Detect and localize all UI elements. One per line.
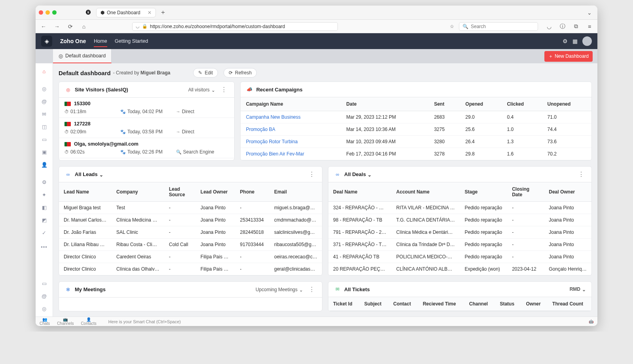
- column-header[interactable]: Unopened: [542, 97, 591, 111]
- column-header[interactable]: Opened: [460, 97, 501, 111]
- table-row[interactable]: Dr. Manuel Carlos Pereira Ma...Clínica M…: [59, 214, 322, 226]
- table-row[interactable]: Promoção BA Mar 14, 2023 10:36 AM 3275 2…: [241, 123, 591, 136]
- table-row[interactable]: Director ClinicoClínica das Olhalvas Med…: [59, 263, 322, 275]
- table-row[interactable]: Promoção Bien Air Fev-Mar Feb 17, 2023 0…: [241, 148, 591, 160]
- minimize-window[interactable]: [45, 10, 50, 15]
- column-header[interactable]: Company: [112, 182, 164, 202]
- column-header[interactable]: Campaign Name: [241, 97, 341, 111]
- column-header[interactable]: Thread Count: [548, 297, 591, 311]
- rail-reports-icon[interactable]: ◫: [38, 121, 51, 132]
- rail-apps-3-icon[interactable]: ◧: [38, 202, 51, 213]
- nav-home-button[interactable]: ⌂: [79, 22, 89, 31]
- table-row[interactable]: 20 REPARAÇÃO PEÇA MÃOCLÍNICA ANTÓNIO ALB…: [328, 263, 591, 275]
- close-tab-icon[interactable]: ✕: [148, 10, 152, 15]
- rail-campaigns-icon[interactable]: @: [38, 96, 51, 107]
- dashboard-tab-default[interactable]: ◎ Default dashboard: [53, 49, 112, 63]
- table-row[interactable]: Director ClinicoCaredent Oeiras-Filipa P…: [59, 251, 322, 263]
- column-header[interactable]: Recieved Time: [418, 297, 464, 311]
- tab-overflow-icon[interactable]: ⌄: [585, 8, 594, 17]
- card-menu-icon[interactable]: ⋮: [576, 171, 586, 178]
- tickets-filter[interactable]: RMD: [570, 286, 586, 292]
- card-menu-icon[interactable]: ⋮: [219, 86, 229, 93]
- visitors-filter[interactable]: All visitors: [188, 87, 215, 93]
- column-header[interactable]: Ticket Id: [328, 297, 360, 311]
- campaign-link[interactable]: Campanha New Business: [246, 114, 301, 120]
- column-header[interactable]: Subject: [360, 297, 389, 311]
- rail-home-icon[interactable]: ⌂: [38, 66, 51, 77]
- rail-apps-2-icon[interactable]: ✦: [38, 189, 51, 200]
- campaign-link[interactable]: Promoção BA: [246, 127, 275, 132]
- rail-tasks-icon[interactable]: ▣: [38, 146, 51, 157]
- rail-calendar-icon[interactable]: ▭: [38, 134, 51, 145]
- nav-back-button[interactable]: ←: [39, 22, 48, 31]
- rail-more-icon[interactable]: •••: [38, 241, 51, 252]
- footer-bot-icon[interactable]: 🤖: [589, 319, 593, 324]
- campaign-link[interactable]: Promoção Bien Air Fev-Mar: [246, 151, 304, 157]
- edit-button[interactable]: ✎ Edit: [193, 68, 218, 78]
- table-row[interactable]: Dr. Liliana Ribau CostaRibau Costa - Cli…: [59, 239, 322, 251]
- column-header[interactable]: Lead Owner: [196, 182, 235, 202]
- new-tab-button[interactable]: ＋: [159, 9, 167, 17]
- maximize-window[interactable]: [52, 10, 57, 15]
- table-row[interactable]: Promoção Rotor Turbina Mar 10, 2023 09:4…: [241, 136, 591, 148]
- column-header[interactable]: Contact: [389, 297, 418, 311]
- brand-icon[interactable]: ◈: [41, 36, 52, 47]
- column-header[interactable]: Clicked: [501, 97, 542, 111]
- pocket-icon[interactable]: ◡: [544, 22, 554, 31]
- visitor-row[interactable]: 153300 ⏱01:18m 🐾Today, 04:02 PM →Direct: [59, 98, 234, 118]
- table-row[interactable]: 41 - REPARAÇÃO TBPOLICLINICA MEDICO-DEN.…: [328, 251, 591, 263]
- table-row[interactable]: 371 - REPARAÇÃO - TB e AC...Clínica da T…: [328, 239, 591, 251]
- table-row[interactable]: 791 - REPARAÇÃO - 2 CAClínica Médica e D…: [328, 226, 591, 239]
- rail-visitors-icon[interactable]: ◎: [38, 83, 51, 94]
- card-title[interactable]: All Leads: [75, 171, 103, 177]
- rail-apps-5-icon[interactable]: ✓: [38, 227, 51, 238]
- column-header[interactable]: Email: [269, 182, 322, 202]
- table-row[interactable]: Campanha New Business Mar 29, 2023 12:12…: [241, 111, 591, 123]
- nav-getting-started[interactable]: Getting Started: [115, 38, 148, 46]
- column-header[interactable]: Lead Name: [59, 182, 112, 202]
- column-header[interactable]: Account Name: [392, 182, 460, 202]
- table-row[interactable]: Dr. João FaríasSAL Clinic-Joana Pinto282…: [59, 226, 322, 239]
- browser-search-input[interactable]: 🔍 Search: [459, 22, 538, 31]
- menu-icon[interactable]: ≡: [585, 22, 594, 31]
- card-menu-icon[interactable]: ⋮: [307, 286, 316, 293]
- column-header[interactable]: Date: [341, 97, 428, 111]
- rail-contacts-icon[interactable]: 👤: [38, 159, 51, 170]
- browser-tab[interactable]: ⬢ One Dashboard ✕: [96, 8, 156, 17]
- visitor-row[interactable]: Olga, smololya@gmail.com ⏱06:02s 🐾Today,…: [59, 138, 234, 158]
- nav-reload-button[interactable]: ⟳: [66, 22, 75, 31]
- column-header[interactable]: Owner: [521, 297, 548, 311]
- footer-chats[interactable]: 👥Chats: [40, 318, 50, 326]
- extensions-icon[interactable]: ⧉: [571, 22, 581, 31]
- table-row[interactable]: 324 - REPARAÇÃO - CA impla...RITA VILAR …: [328, 202, 591, 214]
- visitor-row[interactable]: 127228 ⏱02:09m 🐾Today, 03:58 PM →Direct: [59, 118, 234, 138]
- rail-bottom-3-icon[interactable]: ◎: [38, 303, 51, 314]
- rail-apps-1-icon[interactable]: ⚙: [38, 176, 51, 188]
- column-header[interactable]: Stage: [460, 182, 507, 202]
- rail-chat-icon[interactable]: ✉: [38, 108, 51, 119]
- column-header[interactable]: Phone: [235, 182, 269, 202]
- column-header[interactable]: Closing Date: [507, 182, 544, 202]
- nav-forward-button[interactable]: →: [52, 22, 62, 31]
- refresh-button[interactable]: ⟳ Refresh: [224, 68, 257, 78]
- rail-bottom-2-icon[interactable]: @: [38, 290, 51, 301]
- card-title[interactable]: All Deals: [344, 171, 371, 177]
- pinned-tab[interactable]: 🅦: [83, 8, 93, 17]
- column-header[interactable]: Lead Source: [164, 182, 196, 202]
- footer-contacts[interactable]: 👤Contacts: [81, 318, 96, 326]
- table-row[interactable]: 98 - REPARAÇÃO - TBT.G. CLINICA DENTÁRIA…: [328, 214, 591, 226]
- close-window[interactable]: [39, 10, 43, 15]
- apps-grid-icon[interactable]: ▦: [572, 38, 578, 44]
- column-header[interactable]: Deal Owner: [544, 182, 591, 202]
- table-row[interactable]: Miguel Braga testTest-Joana Pinto-miguel…: [59, 202, 322, 214]
- campaign-link[interactable]: Promoção Rotor Turbina: [246, 139, 298, 144]
- new-dashboard-button[interactable]: ＋ New Dashboard: [544, 51, 593, 62]
- avatar[interactable]: [582, 36, 592, 46]
- rail-apps-4-icon[interactable]: ◩: [38, 214, 51, 226]
- column-header[interactable]: Status: [495, 297, 521, 311]
- meetings-filter[interactable]: Upcoming Meetings: [256, 287, 303, 292]
- settings-gear-icon[interactable]: ⚙: [563, 38, 568, 44]
- rail-bottom-1-icon[interactable]: ▭: [38, 278, 51, 289]
- bookmark-star-icon[interactable]: ☆: [448, 23, 456, 30]
- nav-home[interactable]: Home: [94, 38, 107, 47]
